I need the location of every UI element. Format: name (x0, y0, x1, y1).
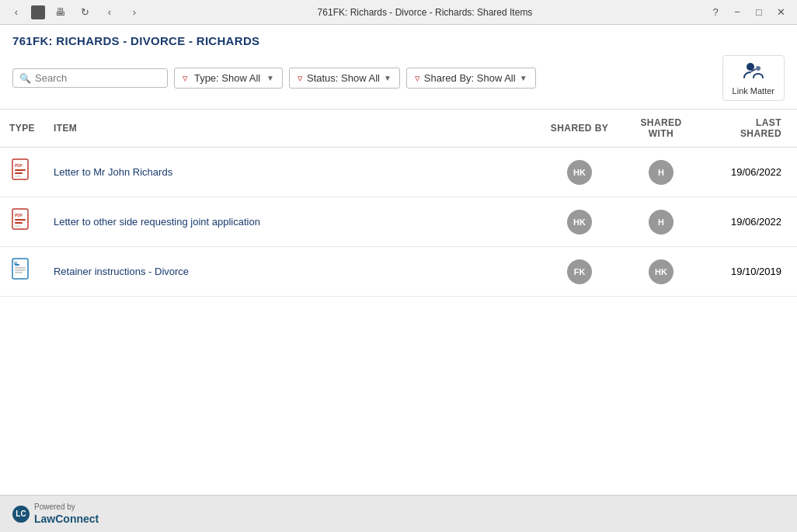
shared-with-avatar: HK (649, 259, 673, 284)
svg-rect-14 (15, 225, 21, 227)
col-header-item: ITEM (44, 110, 541, 148)
footer: LC Powered by LawConnect (0, 495, 797, 532)
close-button[interactable]: ✕ (771, 3, 791, 22)
last-shared-cell: 19/10/2019 (704, 247, 797, 297)
brand-name: LawConnect (34, 512, 99, 526)
svg-text:PDF: PDF (15, 163, 23, 168)
type-filter-icon: ▿ (183, 72, 188, 84)
shared-by-avatar: FK (567, 259, 592, 284)
status-filter-label: Status: Show All (307, 72, 380, 84)
item-cell: Retainer instructions - Divorce (44, 247, 541, 297)
main-content: 761FK: RICHARDS - DIVORCE - RICHARDS 🔍 ▿… (0, 25, 797, 495)
svg-rect-19 (15, 272, 23, 273)
shared-with-avatar: H (649, 160, 673, 185)
lawconnect-icon: LC (12, 506, 30, 523)
footer-text: Powered by LawConnect (34, 502, 99, 526)
shared-with-avatar: H (649, 210, 673, 235)
table-container: TYPE ITEM SHARED BY SHARED WITH LAST SHA… (0, 109, 797, 495)
item-link[interactable]: Letter to other side requesting joint ap… (54, 216, 260, 228)
svg-rect-8 (15, 176, 21, 177)
shared-with-cell: HK (618, 247, 704, 297)
shared-by-avatar: HK (567, 210, 592, 235)
col-header-type: TYPE (0, 110, 44, 148)
svg-point-0 (747, 63, 754, 71)
col-header-shared-by: SHARED BY (541, 110, 618, 148)
footer-logo: LC Powered by LawConnect (12, 502, 99, 526)
back-button[interactable]: ‹ (6, 3, 26, 22)
item-link[interactable]: Letter to Mr John Richards (54, 166, 172, 178)
link-matter-icon (743, 61, 764, 84)
docx-icon: W (11, 258, 33, 283)
shared-by-filter-label: Shared By: Show All (424, 72, 516, 84)
shared-by-avatar: HK (567, 160, 592, 185)
status-filter-chevron: ▼ (384, 74, 392, 82)
title-bar-left: ‹ 🖶 ↻ ‹ › (6, 3, 144, 22)
window-controls: ? − □ ✕ (705, 3, 791, 22)
type-cell: PDF (0, 148, 44, 197)
window-title: 761FK: Richards - Divorce - Richards: Sh… (144, 7, 705, 18)
shared-by-filter-icon: ▿ (415, 72, 420, 84)
type-filter-label: Type: Show All (194, 72, 260, 84)
maximize-button[interactable]: □ (749, 3, 769, 22)
header: 761FK: RICHARDS - DIVORCE - RICHARDS 🔍 ▿… (0, 25, 797, 109)
col-header-last-shared: LAST SHARED (704, 110, 797, 148)
pdf-icon: PDF (11, 208, 33, 233)
powered-by-text: Powered by LawConnect (34, 502, 99, 526)
shared-by-cell: HK (541, 148, 618, 197)
svg-rect-4 (15, 169, 26, 171)
svg-rect-10 (15, 219, 26, 221)
shared-with-cell: H (618, 197, 704, 247)
svg-rect-18 (15, 269, 26, 271)
svg-rect-17 (15, 267, 26, 269)
type-cell: PDF (0, 197, 44, 247)
type-cell: W (0, 247, 44, 297)
shared-by-filter-chevron: ▼ (520, 74, 527, 82)
item-cell: Letter to other side requesting joint ap… (44, 197, 541, 247)
nav-forward-button[interactable]: › (124, 3, 144, 22)
link-matter-button[interactable]: Link Matter (722, 55, 785, 101)
status-filter-icon: ▿ (298, 72, 303, 84)
search-box[interactable]: 🔍 (12, 68, 168, 88)
search-icon: 🔍 (19, 73, 31, 84)
last-shared-cell: 19/06/2022 (704, 197, 797, 247)
search-input[interactable] (35, 72, 161, 84)
svg-text:PDF: PDF (15, 213, 23, 217)
items-table: TYPE ITEM SHARED BY SHARED WITH LAST SHA… (0, 110, 797, 297)
last-shared-cell: 19/06/2022 (704, 148, 797, 197)
case-title: 761FK: RICHARDS - DIVORCE - RICHARDS (12, 34, 785, 47)
pdf-icon: PDF (11, 158, 33, 183)
link-matter-label: Link Matter (733, 86, 774, 96)
shared-by-cell: HK (541, 197, 618, 247)
shared-by-filter-button[interactable]: ▿ Shared By: Show All ▼ (406, 68, 536, 89)
print-button[interactable]: 🖶 (50, 3, 70, 22)
type-filter-button[interactable]: ▿ Type: Show All ▼ (174, 68, 283, 89)
toolbar: 🔍 ▿ Type: Show All ▼ ▿ Status: Show All … (12, 55, 785, 109)
item-cell: Letter to Mr John Richards (44, 148, 541, 197)
item-link[interactable]: Retainer instructions - Divorce (54, 266, 189, 277)
app-icon (31, 5, 45, 19)
refresh-button[interactable]: ↻ (75, 3, 95, 22)
shared-by-cell: FK (541, 247, 618, 297)
help-button[interactable]: ? (705, 3, 726, 22)
title-bar: ‹ 🖶 ↻ ‹ › 761FK: Richards - Divorce - Ri… (0, 0, 797, 25)
svg-point-1 (756, 66, 760, 71)
table-row: PDF Letter to other side requesting join… (0, 197, 797, 247)
nav-back-button[interactable]: ‹ (99, 3, 120, 22)
shared-with-cell: H (618, 148, 704, 197)
table-row: PDF Letter to Mr John RichardsHKH19/06/2… (0, 148, 797, 197)
status-filter-button[interactable]: ▿ Status: Show All ▼ (289, 68, 400, 89)
table-header-row: TYPE ITEM SHARED BY SHARED WITH LAST SHA… (0, 110, 797, 148)
table-row: W Retainer instructions - DivorceFKHK19/… (0, 247, 797, 297)
minimize-button[interactable]: − (727, 3, 747, 22)
svg-rect-5 (15, 172, 23, 174)
col-header-shared-with: SHARED WITH (618, 110, 704, 148)
type-filter-chevron: ▼ (266, 74, 274, 82)
svg-rect-11 (15, 222, 23, 224)
